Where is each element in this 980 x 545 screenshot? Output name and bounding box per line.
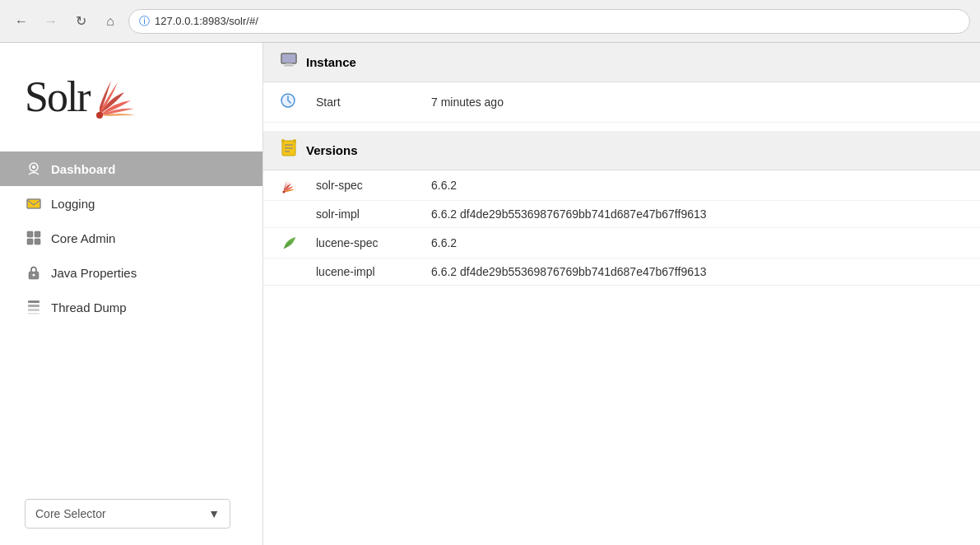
- svg-rect-6: [27, 239, 33, 245]
- sidebar-item-thread-dump[interactable]: Thread Dump: [0, 290, 262, 324]
- sidebar-item-logging[interactable]: Logging: [0, 186, 262, 221]
- java-properties-icon: [25, 263, 43, 282]
- svg-point-23: [282, 140, 285, 142]
- security-icon: ⓘ: [139, 14, 150, 29]
- lucene-spec-label: lucene-spec: [316, 236, 415, 249]
- start-row: Start 7 minutes ago: [263, 82, 980, 123]
- back-button[interactable]: ←: [10, 10, 33, 33]
- java-properties-label: Java Properties: [51, 266, 137, 280]
- solr-spec-row: solr-spec 6.6.2: [263, 170, 980, 201]
- lucene-spec-icon: [280, 235, 300, 251]
- core-selector-label: Core Selector: [35, 507, 106, 520]
- core-selector-arrow-icon: ▼: [208, 507, 220, 520]
- instance-icon: [280, 51, 298, 73]
- logo-area: Solr: [0, 59, 262, 151]
- lucene-impl-label: lucene-impl: [316, 265, 415, 278]
- core-selector-button[interactable]: Core Selector ▼: [25, 499, 230, 529]
- svg-point-2: [32, 165, 35, 169]
- svg-rect-10: [28, 300, 39, 303]
- svg-rect-11: [28, 305, 39, 307]
- instance-title: Instance: [306, 55, 356, 69]
- svg-rect-7: [35, 239, 40, 245]
- thread-dump-icon: [25, 298, 43, 316]
- core-selector-area: Core Selector ▼: [0, 482, 262, 545]
- browser-chrome: ← → ↻ ⌂ ⓘ 127.0.0.1:8983/solr/#/: [0, 0, 980, 43]
- main-content: Instance Start 7 minutes ago: [263, 43, 980, 545]
- versions-section-header: Versions: [263, 131, 980, 170]
- svg-point-9: [33, 274, 35, 277]
- svg-rect-3: [27, 199, 40, 208]
- start-icon: [280, 92, 300, 112]
- svg-rect-17: [284, 65, 294, 67]
- dashboard-icon: [25, 160, 43, 178]
- solr-spec-icon: [280, 177, 300, 193]
- sidebar: Solr: [0, 43, 263, 545]
- lucene-spec-value: 6.6.2: [431, 236, 964, 249]
- lucene-spec-row: lucene-spec 6.6.2: [263, 228, 980, 259]
- svg-point-24: [294, 140, 296, 142]
- svg-rect-15: [282, 54, 295, 63]
- solr-impl-value: 6.6.2 df4de29b55369876769bb741d687e47b67…: [431, 207, 964, 221]
- core-admin-icon: [25, 229, 43, 247]
- solr-text: Solr: [25, 76, 90, 119]
- solr-impl-row: solr-impl 6.6.2 df4de29b55369876769bb741…: [263, 201, 980, 228]
- lucene-impl-row: lucene-impl 6.6.2 df4de29b55369876769bb7…: [263, 259, 980, 286]
- forward-button[interactable]: →: [39, 10, 63, 33]
- svg-rect-5: [35, 231, 40, 237]
- logging-icon: [25, 194, 43, 212]
- instance-section-header: Instance: [263, 43, 980, 82]
- nav-items: Dashboard Logging: [0, 151, 262, 482]
- thread-dump-label: Thread Dump: [51, 300, 127, 314]
- logging-label: Logging: [51, 197, 95, 211]
- solr-spec-value: 6.6.2: [431, 179, 964, 192]
- svg-point-25: [282, 190, 285, 193]
- start-label: Start: [316, 95, 415, 109]
- solr-impl-label: solr-impl: [316, 207, 415, 221]
- solr-fan-icon: [91, 68, 144, 120]
- svg-rect-16: [286, 63, 292, 65]
- svg-rect-12: [28, 309, 39, 311]
- app-container: Solr: [0, 43, 980, 545]
- start-value: 7 minutes ago: [431, 95, 964, 109]
- versions-section: Versions solr-: [263, 131, 980, 286]
- solr-spec-label: solr-spec: [316, 179, 415, 192]
- url-text: 127.0.0.1:8983/solr/#/: [155, 15, 258, 27]
- home-button[interactable]: ⌂: [99, 10, 122, 33]
- sidebar-item-java-properties[interactable]: Java Properties: [0, 255, 262, 290]
- lucene-impl-value: 6.6.2 df4de29b55369876769bb741d687e47b67…: [431, 265, 964, 278]
- svg-rect-4: [27, 231, 33, 237]
- address-bar: ⓘ 127.0.0.1:8983/solr/#/: [128, 9, 970, 34]
- sidebar-item-core-admin[interactable]: Core Admin: [0, 221, 262, 255]
- core-admin-label: Core Admin: [51, 231, 115, 245]
- versions-title: Versions: [306, 143, 358, 157]
- sidebar-item-dashboard[interactable]: Dashboard: [0, 151, 262, 186]
- solr-logo: Solr: [25, 68, 144, 127]
- versions-icon: [280, 139, 298, 161]
- dashboard-label: Dashboard: [51, 162, 115, 176]
- svg-point-0: [96, 112, 103, 119]
- svg-rect-13: [28, 313, 39, 314]
- reload-button[interactable]: ↻: [69, 10, 92, 33]
